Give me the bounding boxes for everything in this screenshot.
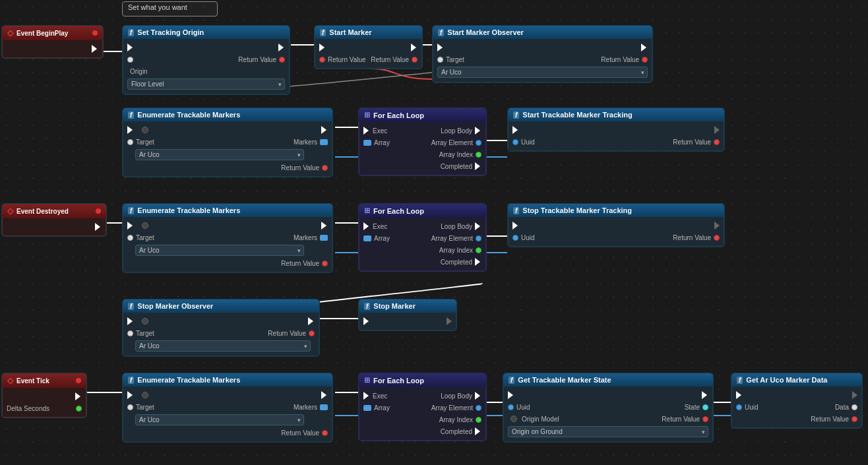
func-icon: f <box>128 303 134 310</box>
markers-pin <box>320 139 328 145</box>
node-title: Set Tracking Origin <box>137 28 204 36</box>
exec-in-pin <box>127 126 134 134</box>
completed-pin <box>475 258 481 266</box>
func-icon: f <box>438 29 444 36</box>
return-label: Return Value <box>328 56 366 63</box>
markers-label: Markers <box>294 234 317 241</box>
completed-pin <box>475 162 481 170</box>
target-select[interactable]: Ar Uco <box>135 340 311 352</box>
target-pin <box>437 57 443 63</box>
func-icon: f <box>513 111 519 119</box>
completed-pin <box>475 427 481 435</box>
return-out-label: Return Value <box>371 56 409 63</box>
uuid-label: Uuid <box>516 404 530 411</box>
exec-label: Exec <box>373 392 387 400</box>
origin-model-select[interactable]: Origin on Ground Origin at Center <box>508 426 708 437</box>
exec-in-pin <box>512 222 519 230</box>
target-select[interactable]: Ar Uco <box>135 414 304 425</box>
target-pin <box>127 57 133 63</box>
exec-in-pin <box>127 44 134 51</box>
array-in-pin <box>363 140 371 146</box>
event-diamond-icon: ◇ <box>7 376 13 385</box>
func-icon: f <box>320 29 326 36</box>
node-stop-trackable-marker: f Stop Trackable Marker Tracking Uuid Re… <box>507 203 725 247</box>
array-element-label: Array Element <box>431 139 473 146</box>
node-title: Start Trackable Marker Tracking <box>522 111 632 119</box>
node-get-ar-uco-marker-data: f Get Ar Uco Marker Data Uuid Data <box>731 373 863 429</box>
exec-out-pin <box>75 392 82 400</box>
event-diamond-icon: ◇ <box>7 28 13 38</box>
return-label: Return Value <box>281 429 319 437</box>
exec-hollow-out-pin <box>447 317 452 325</box>
node-stop-marker-observer: f Stop Marker Observer Target Return <box>122 299 320 357</box>
node-for-each-loop-1: ⊞ For Each Loop Exec Loop Body Array <box>358 108 487 176</box>
node-enumerate-trackable-2: f Enumerate Trackable Markers Target <box>122 203 333 273</box>
target-label: Target <box>136 139 154 146</box>
origin-label: Origin <box>127 68 148 75</box>
completed-label: Completed <box>441 259 472 266</box>
return-label: Return Value <box>268 330 306 337</box>
func-icon: f <box>513 207 519 214</box>
array-label: Array <box>374 404 390 412</box>
self-pin <box>142 127 148 133</box>
array-label: Array <box>374 235 390 242</box>
array-in-pin <box>363 235 371 241</box>
func-icon: f <box>128 377 134 384</box>
node-title: Start Marker <box>329 28 371 36</box>
array-in-pin <box>363 405 371 411</box>
node-title: Start Marker Observer <box>447 28 524 36</box>
markers-label: Markers <box>294 404 317 411</box>
target-select[interactable]: Ar Uco <box>135 245 304 256</box>
node-title: Event Tick <box>16 377 49 385</box>
func-icon: f <box>128 111 134 119</box>
loop-body-pin <box>475 127 481 135</box>
return-label: Return Value <box>601 56 639 63</box>
exec-in-pin <box>127 222 134 230</box>
exec-out-pin <box>321 126 328 134</box>
exec-in-pin <box>512 126 519 134</box>
markers-pin <box>320 235 328 241</box>
return-pin <box>322 165 328 171</box>
return-label: Return Value <box>673 234 711 241</box>
node-start-marker-observer: f Start Marker Observer Target Return Va… <box>432 25 653 83</box>
return-pin <box>714 139 720 145</box>
loop-body-label: Loop Body <box>441 223 472 230</box>
uuid-pin <box>508 404 514 410</box>
node-title: Stop Marker Observer <box>137 302 213 310</box>
origin-select[interactable]: Floor Level Eye Level <box>127 78 285 90</box>
array-element-label: Array Element <box>431 404 473 412</box>
uuid-pin <box>736 404 742 410</box>
exec-out-pin <box>641 44 648 51</box>
node-for-each-loop-3: ⊞ For Each Loop Exec Loop Body Array <box>358 373 487 441</box>
data-pin <box>852 404 857 410</box>
return-label: Return Value <box>673 139 711 146</box>
exec-out-pin <box>308 317 315 325</box>
node-event-tick: ◇ Event Tick Delta Seconds <box>1 373 87 418</box>
loop-body-pin <box>475 392 481 400</box>
return-in-pin <box>319 57 325 63</box>
exec-in-pin <box>127 317 134 325</box>
exec-in-pin <box>736 391 743 399</box>
data-label: Data <box>835 404 849 411</box>
state-label: State <box>685 404 700 411</box>
self-pin <box>142 318 148 325</box>
exec-in-pin <box>508 391 514 399</box>
node-title: For Each Loop <box>373 207 424 215</box>
comment-title: Set what you want <box>128 3 187 11</box>
state-pin <box>702 404 708 410</box>
node-title: Enumerate Trackable Markers <box>137 111 240 119</box>
exec-hollow-out-pin <box>714 126 720 134</box>
array-index-pin <box>476 247 481 253</box>
self-pin <box>142 392 148 398</box>
node-event-destroyed: ◇ Event Destroyed <box>1 203 107 237</box>
exec-in-pin <box>363 392 370 400</box>
target-select[interactable]: Ar Uco <box>135 149 304 160</box>
exec-in-pin <box>319 44 326 51</box>
loop-icon: ⊞ <box>364 111 370 119</box>
exec-out-pin <box>92 45 98 53</box>
return-pin <box>642 57 648 63</box>
node-title: Get Ar Uco Marker Data <box>746 376 827 384</box>
return-label: Return Value <box>238 56 276 63</box>
node-get-trackable-marker-state: f Get Trackable Marker State Uuid State <box>503 373 714 443</box>
target-select[interactable]: Ar Uco <box>437 67 648 78</box>
